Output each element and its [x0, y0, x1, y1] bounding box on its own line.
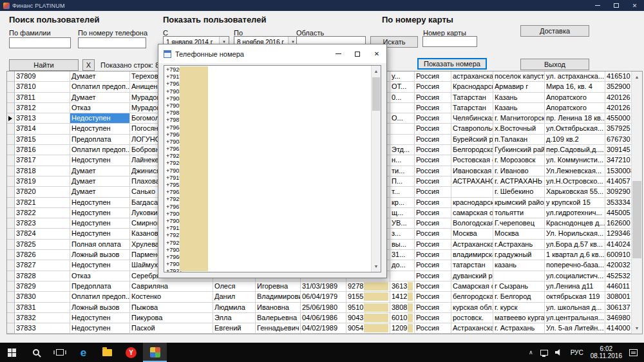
grid-cell-region[interactable]: Краснодарский ...	[451, 82, 493, 92]
grid-cell-status[interactable]: Думает	[70, 71, 130, 82]
grid-cell-address[interactable]: 1 квартал д.6 кв...	[545, 250, 605, 260]
grid-cell-name[interactable]: Людмила	[213, 303, 256, 313]
grid-cell-country[interactable]: Россия	[415, 271, 451, 281]
grid-cell-country[interactable]: Россия	[415, 103, 451, 113]
grid-row-header[interactable]	[7, 281, 15, 292]
grid-cell-country[interactable]: Россия	[415, 135, 451, 145]
grid-cell-country[interactable]: Россия	[415, 124, 451, 134]
grid-cell-address[interactable]: ул. астраханска...	[545, 71, 605, 82]
grid-cell-status[interactable]: Думает	[70, 93, 130, 103]
grid-cell-code[interactable]: 31...	[390, 250, 415, 260]
grid-row-header[interactable]	[7, 292, 15, 302]
grid-cell-country[interactable]: Россия	[415, 303, 451, 313]
file-explorer-button[interactable]	[95, 343, 119, 362]
grid-cell-zip[interactable]: 414024	[605, 240, 631, 250]
grid-cell-status[interactable]: Недоступен	[70, 218, 130, 229]
grid-cell-country[interactable]: Россия	[415, 292, 451, 302]
grid-cell-id[interactable]: 37826	[15, 250, 70, 260]
dialog-titlebar[interactable]: Телефонные номера ✕	[158, 44, 386, 63]
grid-cell-address[interactable]: Апоратского	[545, 103, 605, 113]
grid-cell-code[interactable]: з...	[390, 229, 415, 239]
grid-cell-code[interactable]: до...	[390, 260, 415, 271]
grid-cell-name[interactable]: Евгений	[213, 323, 256, 334]
grid-row-header[interactable]	[7, 135, 15, 145]
grid-cell-code[interactable]: 3613	[390, 281, 415, 292]
grid-cell-region[interactable]: самарская обл.	[451, 208, 493, 218]
grid-cell-surname[interactable]: Паской	[130, 323, 213, 334]
grid-cell-id[interactable]: 37820	[15, 187, 70, 197]
exit-button[interactable]: Выход	[520, 59, 589, 70]
grid-cell-status[interactable]: Недоступен	[70, 208, 130, 218]
grid-cell-code[interactable]: ти...	[390, 166, 415, 176]
grid-cell-id[interactable]: 37824	[15, 229, 70, 239]
grid-cell-status[interactable]: Недоступен	[70, 124, 130, 134]
grid-cell-zip[interactable]: 446011	[605, 281, 631, 292]
grid-cell-city[interactable]: поселок капуст...	[493, 71, 545, 82]
grid-cell-city[interactable]: г.Астрахань	[493, 240, 545, 250]
grid-cell-surname[interactable]: Костенко	[130, 292, 213, 302]
grid-cell-status[interactable]: Недоступен	[70, 260, 130, 271]
grid-cell-status[interactable]: Оплатил предоп...	[70, 292, 130, 302]
grid-cell-status[interactable]: Отказ	[70, 103, 130, 113]
phone-input[interactable]	[78, 37, 146, 48]
grid-cell-city[interactable]: г. Магнитогорск	[493, 113, 545, 124]
grid-cell-id[interactable]: 37810	[15, 82, 70, 92]
grid-cell-region[interactable]: астраханская о...	[451, 71, 493, 82]
grid-cell-dob[interactable]: 04/02/1989	[301, 323, 346, 334]
grid-cell-id[interactable]: 37829	[15, 281, 70, 292]
grid-cell-region[interactable]: ростовск.	[451, 313, 493, 323]
grid-cell-zip[interactable]: 309290	[605, 187, 631, 197]
grid-row-header[interactable]	[7, 124, 15, 134]
grid-cell-code[interactable]: ОТ...	[390, 82, 415, 92]
grid-cell-region[interactable]: Ставропольски...	[451, 124, 493, 134]
grid-cell-zip[interactable]: 309145	[605, 145, 631, 155]
grid-cell-zip[interactable]: 414057	[605, 176, 631, 187]
grid-cell-country[interactable]: Россия	[415, 208, 451, 218]
grid-cell-address[interactable]: Краснодонцев д...	[545, 218, 605, 229]
grid-cell-address[interactable]: ул. школьная д...	[545, 303, 605, 313]
grid-cell-address[interactable]: Ул. Норильская...	[545, 229, 605, 239]
grid-cell-region[interactable]: краснодарский ...	[451, 198, 493, 208]
grid-cell-city[interactable]	[493, 271, 545, 281]
grid-cell-city[interactable]: казань	[493, 260, 545, 271]
grid-cell-address[interactable]: Ул.Лежневская...	[545, 166, 605, 176]
grid-cell-zip[interactable]: 308001	[605, 292, 631, 302]
grid-cell-zip[interactable]: 306137	[605, 303, 631, 313]
grid-cell-address[interactable]: Ул. 5-ая Литейн...	[545, 323, 605, 334]
window-close-button[interactable]: ✕	[625, 0, 644, 11]
grid-cell-region[interactable]: Москва	[451, 229, 493, 239]
grid-cell-zip[interactable]: 352900	[605, 82, 631, 92]
grid-cell-region[interactable]: Ивановская обл.	[451, 166, 493, 176]
grid-cell-country[interactable]: Россия	[415, 313, 451, 323]
grid-cell-address[interactable]: д.109 кв.2	[545, 135, 605, 145]
grid-cell-id[interactable]: 37825	[15, 240, 70, 250]
grid-cell-id[interactable]: 37812	[15, 103, 70, 113]
grid-cell-region[interactable]: Челябинская об...	[451, 113, 493, 124]
grid-cell-phone[interactable]: 9054	[346, 323, 390, 334]
grid-cell-country[interactable]: Россия	[415, 82, 451, 92]
grid-cell-city[interactable]: Казань	[493, 93, 545, 103]
grid-cell-name[interactable]: Данил	[213, 292, 256, 302]
grid-cell-city[interactable]: матвеево курган	[493, 313, 545, 323]
show-numbers-button[interactable]: Показать номера	[417, 58, 487, 70]
taskbar-clock[interactable]: 6:02 08.11.2016	[591, 345, 622, 359]
scroll-down-icon[interactable]: ▼	[372, 261, 381, 272]
grid-cell-city[interactable]: г. Астрахань	[493, 323, 545, 334]
grid-cell-code[interactable]: вы...	[390, 240, 415, 250]
yandex-browser-button[interactable]: Y	[119, 343, 143, 362]
grid-cell-country[interactable]: Россия	[415, 323, 451, 334]
grid-cell-status[interactable]: Недоступен	[70, 155, 130, 166]
grid-cell-address[interactable]: ул.Ленина д11	[545, 281, 605, 292]
grid-cell-code[interactable]: 1412	[390, 292, 415, 302]
grid-cell-id[interactable]: 37828	[15, 271, 70, 281]
grid-cell-zip[interactable]: 455000	[605, 113, 631, 124]
grid-cell-region[interactable]: Вологодская	[451, 218, 493, 229]
grid-row-header[interactable]	[7, 271, 15, 281]
grid-cell-id[interactable]: 37809	[15, 71, 70, 82]
grid-cell-country[interactable]: Россия	[415, 93, 451, 103]
grid-cell-region[interactable]: курская обл.	[451, 303, 493, 313]
grid-cell-region[interactable]: АСТРАХАНСКА...	[451, 176, 493, 187]
grid-cell-zip[interactable]: 600910	[605, 250, 631, 260]
grid-cell-status[interactable]: Оплатил предоп...	[70, 145, 130, 155]
grid-cell-id[interactable]: 37830	[15, 292, 70, 302]
